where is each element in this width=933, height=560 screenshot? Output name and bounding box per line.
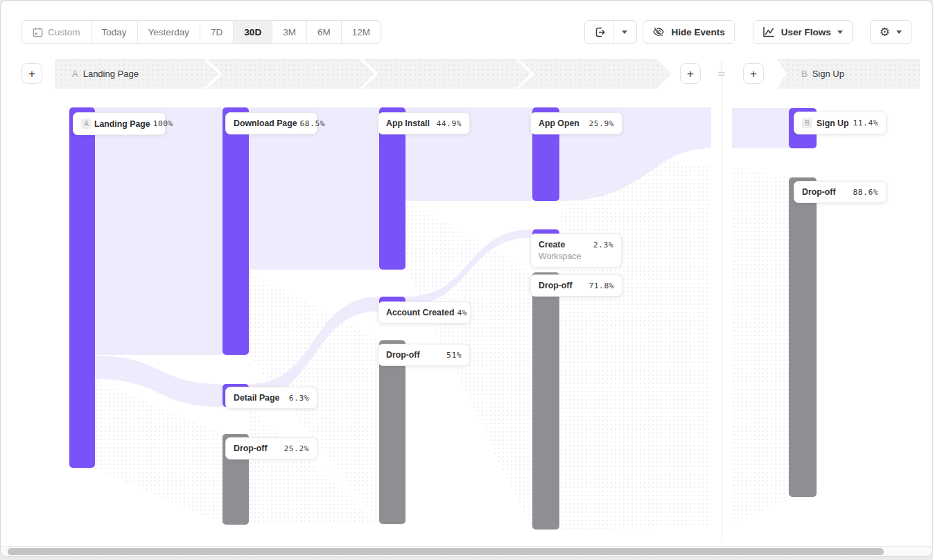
- dropoff-flow-signup: [732, 167, 789, 527]
- chevron-down-icon: [837, 30, 843, 34]
- card-sign-up[interactable]: B Sign Up 11.4%: [794, 112, 887, 134]
- node-label: Drop-off: [539, 281, 573, 290]
- chevron-down-icon: [622, 30, 627, 34]
- step-a-header: A Landing Page: [72, 59, 139, 89]
- toolbar: Custom Today Yesterday 7D 30D 3M 6M 12M: [21, 20, 912, 44]
- panel-divider: [722, 59, 722, 542]
- node-value: 100%: [153, 119, 173, 128]
- node-value: 88.6%: [853, 188, 878, 197]
- user-flows-panel: Custom Today Yesterday 7D 30D 3M 6M 12M: [0, 0, 933, 557]
- horizontal-scrollbar-track[interactable]: [1, 546, 932, 557]
- node-value: 51%: [446, 351, 462, 360]
- horizontal-scrollbar-thumb[interactable]: [8, 548, 884, 555]
- hide-events-button[interactable]: Hide Events: [643, 20, 734, 44]
- card-app-open[interactable]: App Open 25.9%: [530, 112, 622, 134]
- step-label: Sign Up: [812, 69, 844, 79]
- step-band-shape: [55, 59, 672, 89]
- dropoff-flow-landing: [95, 379, 223, 525]
- card-app-install[interactable]: App Install 44.9%: [378, 112, 470, 134]
- flow-into-signup: [732, 108, 789, 148]
- card-dropoff-71[interactable]: Drop-off 71.8%: [530, 274, 622, 297]
- step-a-band[interactable]: A Landing Page: [55, 59, 672, 89]
- card-account-created[interactable]: Account Created 4%: [378, 301, 471, 324]
- node-value: 25.9%: [588, 119, 614, 128]
- card-landing-page[interactable]: A Landing Page 100%: [73, 112, 166, 135]
- card-download-page[interactable]: Download Page 68.5%: [225, 112, 317, 134]
- card-dropoff-88[interactable]: Drop-off 88.6%: [794, 181, 887, 203]
- node-dropoff-51[interactable]: [379, 340, 406, 524]
- step-b-band[interactable]: B Sign Up: [777, 59, 920, 89]
- eye-off-icon: [652, 26, 665, 37]
- export-icon: [594, 26, 606, 38]
- node-label: Landing Page: [94, 119, 150, 129]
- node-label: Drop-off: [386, 350, 420, 360]
- flows-chart-icon: [762, 26, 775, 37]
- date-range-custom[interactable]: Custom: [22, 21, 91, 43]
- node-value: 44.9%: [436, 119, 462, 128]
- flow-landing-download: [95, 107, 223, 355]
- step-letter-badge: B: [802, 118, 812, 128]
- node-dropoff-88[interactable]: [789, 177, 817, 497]
- date-range-today[interactable]: Today: [91, 21, 137, 43]
- node-value: 4%: [457, 308, 467, 317]
- add-step-button-right[interactable]: +: [743, 63, 764, 84]
- node-value: 2.3%: [593, 240, 613, 250]
- node-label: Drop-off: [234, 444, 268, 453]
- node-landing-page[interactable]: [69, 107, 95, 468]
- settings-button[interactable]: ⚙: [870, 20, 912, 44]
- add-step-button-left[interactable]: +: [21, 63, 42, 84]
- node-value: 68.5%: [300, 119, 326, 128]
- node-label: App Install: [386, 119, 430, 128]
- node-dropoff-71[interactable]: [532, 272, 559, 530]
- user-flows-label: User Flows: [781, 27, 831, 37]
- user-flows-button[interactable]: User Flows: [753, 20, 853, 44]
- card-row: Create 2.3%: [539, 240, 613, 250]
- date-range-3m[interactable]: 3M: [272, 21, 306, 43]
- date-range-selector: Custom Today Yesterday 7D 30D 3M 6M 12M: [21, 20, 381, 44]
- node-label: Download Page: [234, 119, 297, 128]
- card-dropoff-25[interactable]: Drop-off 25.2%: [225, 437, 317, 460]
- node-value: 6.3%: [289, 394, 309, 403]
- date-range-30d[interactable]: 30D: [233, 21, 272, 43]
- node-download-page[interactable]: [223, 107, 249, 355]
- toolbar-actions: Hide Events User Flows ⚙: [584, 20, 912, 44]
- step-band-shape: [777, 59, 920, 89]
- dropoff-flow-appopen: [559, 148, 711, 530]
- node-label: Drop-off: [802, 187, 836, 197]
- date-range-7d[interactable]: 7D: [200, 21, 233, 43]
- node-label: App Open: [539, 119, 579, 128]
- card-detail-page[interactable]: Detail Page 6.3%: [225, 387, 317, 409]
- calendar-icon: [33, 27, 43, 37]
- date-range-yesterday[interactable]: Yesterday: [137, 21, 200, 43]
- date-range-6m[interactable]: 6M: [306, 21, 341, 43]
- node-label: Sign Up: [817, 119, 848, 128]
- step-label: Landing Page: [83, 69, 139, 79]
- card-dropoff-51[interactable]: Drop-off 51%: [378, 344, 470, 366]
- node-label: Detail Page: [234, 393, 279, 403]
- node-value: 71.8%: [588, 281, 614, 290]
- step-b-header: B Sign Up: [801, 59, 844, 89]
- hide-events-label: Hide Events: [671, 27, 724, 37]
- node-label-line2: Workspace: [539, 252, 613, 261]
- chevron-down-icon: [896, 30, 902, 34]
- node-value: 25.2%: [284, 444, 309, 453]
- node-value: 11.4%: [853, 119, 878, 128]
- gear-icon: ⚙: [880, 26, 890, 38]
- step-letter-badge: A: [81, 119, 91, 129]
- date-range-label: Custom: [48, 27, 80, 37]
- add-step-button-mid[interactable]: +: [680, 63, 701, 84]
- node-label: Create: [539, 240, 565, 250]
- divider: [613, 21, 614, 43]
- date-range-12m[interactable]: 12M: [341, 21, 381, 43]
- card-create-workspace[interactable]: Create 2.3% Workspace: [530, 234, 622, 268]
- node-label: Account Created: [386, 308, 454, 317]
- step-letter: A: [72, 69, 78, 79]
- step-letter: B: [801, 69, 808, 79]
- export-button[interactable]: [584, 20, 637, 44]
